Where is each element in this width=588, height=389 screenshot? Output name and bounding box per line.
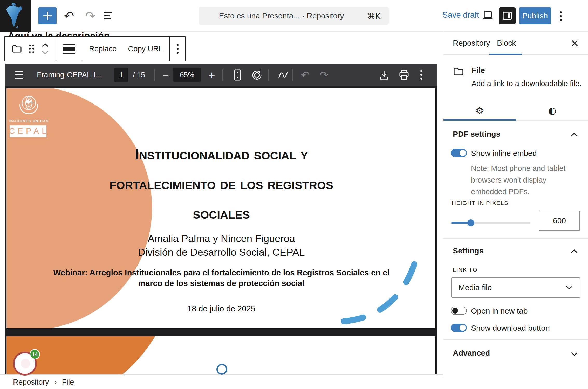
- pdf-zoom-wrap: 65%: [173, 64, 201, 86]
- height-slider-thumb[interactable]: [467, 219, 474, 226]
- kebab-icon: [177, 44, 179, 46]
- pdf-settings-header[interactable]: PDF settings: [453, 130, 500, 138]
- settings-header[interactable]: Settings: [453, 246, 483, 255]
- cepal-map-logo-icon: [4, 2, 28, 29]
- toolbar-divider: [292, 69, 293, 81]
- gear-icon: ⚙: [475, 106, 484, 115]
- cepal-logo: CEPAL: [10, 125, 46, 137]
- close-icon: [571, 39, 579, 47]
- pdf-sidebar-toggle[interactable]: [15, 64, 23, 86]
- zoom-out-button[interactable]: −: [162, 64, 169, 86]
- file-block-icon[interactable]: [11, 44, 22, 53]
- editor-top-bar: ↶ ↷ Esto es una Presenta... · Repository…: [0, 0, 588, 32]
- block-inserter-button[interactable]: [38, 7, 57, 24]
- rotate-icon: [251, 69, 263, 81]
- embed-note: Note: Most phone and tablet browsers won…: [471, 163, 576, 198]
- active-inspector-tab-indicator: [443, 119, 516, 121]
- link-to-label: LINK TO: [453, 267, 477, 273]
- show-inline-embed-toggle[interactable]: [451, 149, 467, 157]
- pdf-more-options-button[interactable]: [420, 64, 422, 86]
- show-inline-embed-label: Show inline embed: [471, 149, 537, 158]
- settings-panel-toggle[interactable]: [499, 7, 516, 24]
- ink-squiggle-icon: [277, 70, 289, 80]
- block-card-title: File: [471, 66, 485, 75]
- command-palette[interactable]: Esto es una Presenta... · Repository ⌘K: [199, 7, 389, 25]
- rotate-button[interactable]: [251, 64, 263, 86]
- section-divider: [443, 339, 588, 340]
- collapse-settings-button[interactable]: [570, 247, 579, 256]
- scroll-mode-button[interactable]: [233, 64, 242, 86]
- pdf-pages-area[interactable]: NACIONES UNIDAS CEPAL Institucionalidad …: [5, 86, 437, 374]
- sidebar-tabs: Repository Block: [443, 32, 588, 55]
- pdf-zoom-level[interactable]: 65%: [173, 68, 201, 82]
- slide-date: 18 de julio de 2025: [6, 304, 436, 314]
- command-shortcut: ⌘K: [367, 7, 380, 25]
- tab-block[interactable]: Block: [497, 32, 516, 54]
- block-toolbar-group-main: [5, 37, 56, 61]
- copy-url-button[interactable]: Copy URL: [128, 45, 163, 53]
- redo-button[interactable]: ↷: [85, 10, 96, 22]
- block-resize-handle[interactable]: [216, 364, 227, 375]
- draw-annotate-button[interactable]: [277, 64, 289, 86]
- align-button[interactable]: [63, 44, 75, 54]
- advanced-header[interactable]: Advanced: [453, 349, 490, 357]
- fit-page-icon: [233, 69, 242, 81]
- open-new-tab-label: Open in new tab: [471, 307, 528, 315]
- hamburger-icon: [15, 71, 23, 79]
- download-icon: [379, 70, 389, 80]
- zoom-in-button[interactable]: +: [208, 64, 216, 86]
- breadcrumb-repository[interactable]: Repository: [13, 378, 49, 386]
- chevron-up-icon: [571, 133, 578, 137]
- height-label: HEIGHT IN PIXELS: [452, 200, 508, 206]
- expand-advanced-button[interactable]: [570, 350, 579, 358]
- show-download-label: Show download button: [471, 324, 550, 332]
- replace-button[interactable]: Replace: [89, 45, 117, 53]
- pdf-filename: Framing-CEPAL-I...: [37, 64, 102, 86]
- tab-settings-gear[interactable]: ⚙: [443, 102, 516, 120]
- tab-repository[interactable]: Repository: [453, 32, 490, 54]
- plus-icon: [43, 11, 52, 20]
- block-options-button[interactable]: [177, 44, 179, 54]
- slide-title: Institucionalidad social y fortalecimien…: [76, 139, 367, 228]
- print-button[interactable]: [399, 64, 409, 86]
- settings-sidebar: Repository Block File Add a link to a do…: [443, 32, 588, 376]
- preview-button[interactable]: [482, 10, 494, 22]
- kebab-icon: [560, 11, 562, 13]
- breadcrumb-separator-icon: ›: [54, 378, 57, 386]
- chevron-up-icon: [571, 249, 578, 253]
- pdf-embed-viewer: Framing-CEPAL-I... 1 / 15 − 65% +: [5, 64, 437, 374]
- height-slider[interactable]: [451, 222, 530, 224]
- pdf-page-input[interactable]: 1: [114, 68, 128, 82]
- drag-handle[interactable]: [29, 45, 34, 53]
- publish-button[interactable]: Publish: [519, 7, 551, 24]
- block-toolbar-group-align: [56, 37, 82, 61]
- download-button[interactable]: [379, 64, 389, 86]
- save-draft-button[interactable]: Save draft: [442, 10, 479, 20]
- pdf-undo-button[interactable]: ↶: [301, 64, 310, 86]
- open-new-tab-toggle[interactable]: [451, 307, 467, 315]
- document-overview-button[interactable]: [104, 10, 115, 22]
- show-download-toggle[interactable]: [451, 324, 467, 332]
- pdf-redo-button[interactable]: ↷: [320, 64, 329, 86]
- pdf-page-count: / 15: [133, 64, 145, 86]
- options-menu-button[interactable]: [557, 9, 565, 23]
- undo-button[interactable]: ↶: [63, 10, 75, 22]
- site-logo[interactable]: [0, 0, 31, 32]
- toolbar-divider: [154, 69, 155, 81]
- recording-widget-avatar[interactable]: 14: [13, 352, 37, 376]
- tab-styles[interactable]: ◐: [516, 102, 588, 120]
- move-up-button[interactable]: [41, 43, 49, 47]
- block-toolbar-group-actions: Replace Copy URL: [82, 37, 170, 61]
- close-sidebar-button[interactable]: [569, 38, 580, 49]
- file-block-card-icon: [453, 66, 464, 76]
- block-card-description: Add a link to a downloadable file.: [471, 79, 582, 88]
- collapse-pdf-settings-button[interactable]: [570, 130, 579, 139]
- height-value-input[interactable]: [539, 211, 579, 230]
- breadcrumb-file[interactable]: File: [62, 378, 74, 386]
- active-tab-indicator: [489, 54, 522, 55]
- link-to-select[interactable]: Media file: [451, 277, 580, 298]
- section-divider: [443, 238, 588, 239]
- move-down-button[interactable]: [41, 50, 49, 55]
- pdf-viewer-toolbar: Framing-CEPAL-I... 1 / 15 − 65% +: [5, 64, 437, 86]
- styles-half-circle-icon: ◐: [548, 106, 556, 115]
